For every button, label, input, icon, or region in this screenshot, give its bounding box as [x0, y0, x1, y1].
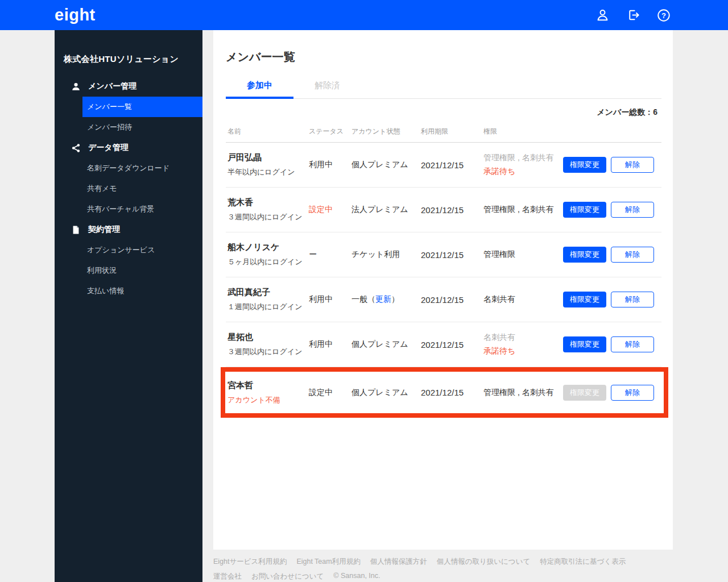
change-permission-button[interactable]: 権限変更 [563, 336, 606, 352]
member-permission: 管理権限 , 名刺共有 [483, 153, 563, 163]
tab-removed-members[interactable]: 解除済 [293, 80, 361, 98]
main-panel: メンバー一覧 参加中 解除済 メンバー総数：6 名前 ステータス アカウント状態… [213, 30, 673, 550]
sidebar-item-option-services[interactable]: オプションサービス [82, 240, 202, 260]
member-status: 設定中 [309, 388, 351, 398]
member-account-state: 個人プレミアム [351, 388, 421, 398]
member-permission: 管理権限 , 名刺共有 [483, 388, 563, 398]
remove-button[interactable]: 解除 [611, 292, 654, 307]
member-expiry: 2021/12/15 [421, 388, 483, 397]
change-permission-button[interactable]: 権限変更 [563, 157, 606, 173]
footer-links-row-1: Eightサービス利用規約Eight Team利用規約個人情報保護方針個人情報の… [213, 557, 702, 567]
sidebar-section-label: メンバー管理 [88, 81, 136, 92]
sidebar-section-member-management: メンバー管理 [55, 76, 202, 97]
logout-icon[interactable] [626, 8, 640, 23]
eight-logo: eight [55, 6, 96, 24]
member-expiry: 2021/12/15 [421, 340, 483, 350]
document-icon [71, 225, 81, 235]
remove-button[interactable]: 解除 [611, 247, 654, 263]
footer-link-1[interactable]: Eightサービス利用規約 [213, 557, 287, 567]
member-name: 星拓也 [228, 332, 309, 343]
renew-link[interactable]: 更新 [375, 294, 391, 304]
column-header-permission: 権限 [483, 127, 563, 136]
table-row: 宮本哲 アカウント不備 設定中 個人プレミアム 2021/12/15 管理権限 … [225, 372, 664, 413]
member-expiry: 2021/12/15 [421, 295, 483, 305]
change-permission-button[interactable]: 権限変更 [563, 202, 606, 218]
member-permission-pending: 承諾待ち [483, 346, 563, 356]
member-expiry: 2021/12/15 [421, 205, 483, 215]
member-account-state: チケット利用 [351, 250, 421, 260]
column-header-account-state: アカウント状態 [351, 127, 421, 136]
app-header: eight ? [0, 0, 728, 30]
table-row: 星拓也 ３週間以内にログイン 利用中 個人プレミアム 2021/12/15 名刺… [226, 322, 661, 367]
copyright: © Sansan, Inc. [333, 572, 380, 581]
member-status: 利用中 [309, 160, 351, 170]
tab-active-members[interactable]: 参加中 [226, 80, 293, 98]
footer-link-2[interactable]: Eight Team利用規約 [296, 557, 360, 567]
member-table-body: 戸田弘晶 半年以内にログイン 利用中 個人プレミアム 2021/12/15 管理… [213, 143, 673, 418]
remove-button[interactable]: 解除 [611, 385, 654, 401]
sidebar-item-card-data-download[interactable]: 名刺データダウンロード [82, 158, 202, 178]
sidebar-item-usage-status[interactable]: 利用状況 [82, 260, 202, 281]
member-permission-pending: 承諾待ち [483, 167, 563, 177]
member-sub-label: ３週間以内にログイン [228, 347, 309, 357]
member-status: 設定中 [309, 205, 351, 215]
sidebar-item-shared-memo[interactable]: 共有メモ [82, 178, 202, 199]
table-row: 荒木香 ３週間以内にログイン 設定中 法人プレミアム 2021/12/15 管理… [226, 188, 661, 232]
sidebar-section-label: データ管理 [88, 143, 129, 153]
column-header-name: 名前 [228, 127, 309, 136]
member-account-state: 個人プレミアム [351, 160, 421, 170]
footer-link-6[interactable]: 運営会社 [213, 572, 242, 581]
column-header-expiry: 利用期限 [421, 127, 483, 136]
sidebar-item-shared-virtual-background[interactable]: 共有バーチャル背景 [82, 199, 202, 219]
change-permission-button[interactable]: 権限変更 [563, 247, 606, 263]
sidebar-item-member-list[interactable]: メンバー一覧 [82, 97, 202, 117]
footer-link-4[interactable]: 個人情報の取り扱いについて [437, 557, 531, 567]
footer-link-7[interactable]: お問い合わせについて [251, 572, 324, 581]
svg-text:?: ? [661, 11, 666, 19]
member-sub-label: ３週間以内にログイン [228, 212, 309, 222]
share-icon [71, 143, 81, 153]
member-expiry: 2021/12/15 [421, 160, 483, 170]
company-name: 株式会社HTUソリューション [55, 30, 202, 76]
sidebar-item-member-invite[interactable]: メンバー招待 [82, 117, 202, 138]
member-permission: 名刺共有 [483, 294, 563, 305]
member-sub-label: ５ヶ月以内にログイン [228, 257, 309, 267]
member-account-state: 個人プレミアム [351, 339, 421, 350]
member-status: 利用中 [309, 339, 351, 350]
member-permission: 名刺共有 [483, 332, 563, 343]
member-permission: 管理権限 [483, 250, 563, 260]
remove-button[interactable]: 解除 [611, 336, 654, 352]
member-name: 武田真紀子 [228, 287, 309, 298]
member-expiry: 2021/12/15 [421, 250, 483, 260]
footer-links-row-2: 運営会社お問い合わせについて© Sansan, Inc. [213, 572, 702, 581]
user-icon [71, 81, 81, 92]
change-permission-button[interactable]: 権限変更 [563, 292, 606, 307]
member-total-count: メンバー総数：6 [213, 107, 657, 118]
sidebar-section-contract-management: 契約管理 [55, 219, 202, 240]
error-highlight-box: 宮本哲 アカウント不備 設定中 個人プレミアム 2021/12/15 管理権限 … [221, 367, 668, 418]
table-row: 船木ノリスケ ５ヶ月以内にログイン ー チケット利用 2021/12/15 管理… [226, 232, 661, 277]
member-sub-label: アカウント不備 [228, 395, 309, 405]
table-header: 名前 ステータス アカウント状態 利用期限 権限 [226, 127, 661, 143]
sidebar-item-payment-info[interactable]: 支払い情報 [82, 281, 202, 301]
member-sub-label: 半年以内にログイン [228, 167, 309, 177]
user-icon[interactable] [595, 8, 610, 23]
member-account-state: 一般（更新） [351, 294, 421, 305]
member-name: 船木ノリスケ [228, 242, 309, 253]
remove-button[interactable]: 解除 [611, 157, 654, 173]
member-status: ー [309, 250, 351, 260]
remove-button[interactable]: 解除 [611, 202, 654, 218]
member-name: 戸田弘晶 [228, 152, 309, 163]
change-permission-button: 権限変更 [563, 385, 606, 401]
member-permission: 管理権限 , 名刺共有 [483, 205, 563, 215]
member-account-state: 法人プレミアム [351, 205, 421, 215]
member-list-tabs: 参加中 解除済 [226, 80, 661, 99]
member-status: 利用中 [309, 294, 351, 305]
header-icons: ? [595, 0, 671, 30]
member-name: 荒木香 [228, 197, 309, 208]
help-icon[interactable]: ? [656, 8, 671, 23]
footer-link-5[interactable]: 特定商取引法に基づく表示 [540, 557, 626, 567]
footer-link-3[interactable]: 個人情報保護方針 [370, 557, 427, 567]
member-name: 宮本哲 [228, 380, 309, 391]
page-title: メンバー一覧 [226, 49, 673, 65]
